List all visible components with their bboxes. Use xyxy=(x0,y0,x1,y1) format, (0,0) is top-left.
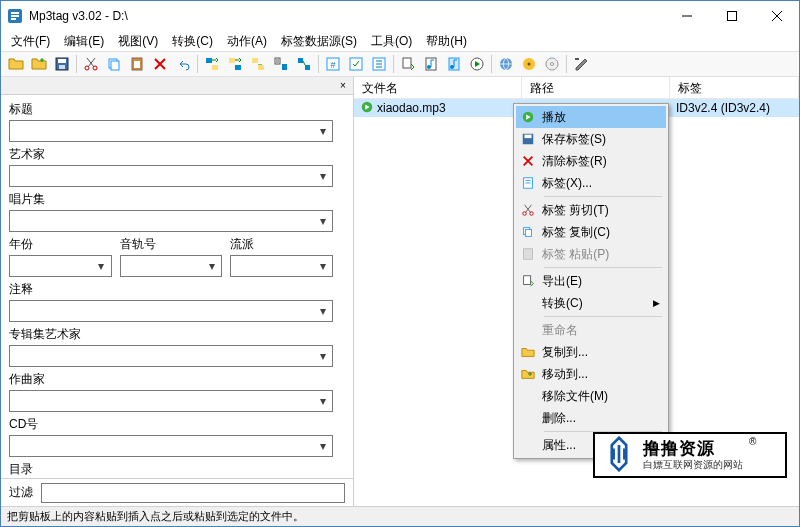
field-artist[interactable]: ▾ xyxy=(9,165,333,187)
tb-paste[interactable] xyxy=(126,53,148,75)
field-title[interactable]: ▾ xyxy=(9,120,333,142)
ctx-rename: 重命名 xyxy=(516,319,666,341)
ctx-play[interactable]: 播放 xyxy=(516,106,666,128)
tb-add-folder[interactable] xyxy=(28,53,50,75)
tb-delete-tag[interactable] xyxy=(149,53,171,75)
svg-rect-36 xyxy=(575,58,579,60)
field-albumartist[interactable]: ▾ xyxy=(9,345,333,367)
column-filename[interactable]: 文件名 xyxy=(354,77,522,98)
app-window: Mp3tag v3.02 - D:\ 文件(F) 编辑(E) 视图(V) 转换(… xyxy=(0,0,800,527)
tb-playlist-all[interactable] xyxy=(420,53,442,75)
ctx-paste: 标签 粘贴(P) xyxy=(516,243,666,265)
ctx-delete[interactable]: 删除... xyxy=(516,407,666,429)
tb-open-folder[interactable] xyxy=(5,53,27,75)
label-albumartist: 专辑集艺术家 xyxy=(9,326,333,343)
menu-tools[interactable]: 工具(O) xyxy=(365,32,418,51)
svg-rect-12 xyxy=(212,65,218,70)
context-menu: 播放 保存标签(S) 清除标签(R) 标签(X)... 标签 剪切(T) 标签 … xyxy=(513,103,669,459)
tb-file-to-file[interactable] xyxy=(247,53,269,75)
tb-action-quick[interactable] xyxy=(345,53,367,75)
label-artist: 艺术家 xyxy=(9,146,333,163)
menu-help[interactable]: 帮助(H) xyxy=(420,32,473,51)
svg-rect-8 xyxy=(111,61,119,70)
field-year[interactable]: ▾ xyxy=(9,255,112,277)
svg-rect-46 xyxy=(524,249,533,260)
tb-play[interactable] xyxy=(466,53,488,75)
svg-rect-16 xyxy=(258,65,264,70)
label-year: 年份 xyxy=(9,236,112,253)
save-icon xyxy=(520,131,536,147)
chevron-down-icon: ▾ xyxy=(93,257,110,275)
tb-copy[interactable] xyxy=(103,53,125,75)
filter-input[interactable] xyxy=(41,483,345,503)
label-composer: 作曲家 xyxy=(9,371,333,388)
maximize-button[interactable] xyxy=(709,1,754,31)
label-discnumber: CD号 xyxy=(9,416,333,433)
menu-file[interactable]: 文件(F) xyxy=(5,32,56,51)
ctx-tags[interactable]: 标签(X)... xyxy=(516,172,666,194)
tb-tag-to-file[interactable] xyxy=(201,53,223,75)
tb-save[interactable] xyxy=(51,53,73,75)
tb-tag-to-tag[interactable] xyxy=(293,53,315,75)
chevron-down-icon: ▾ xyxy=(203,257,220,275)
tb-actions[interactable] xyxy=(368,53,390,75)
tb-source-web[interactable] xyxy=(495,53,517,75)
column-path[interactable]: 路径 xyxy=(522,77,670,98)
column-tag[interactable]: 标签 xyxy=(670,77,799,98)
ctx-copy-to[interactable]: 复制到... xyxy=(516,341,666,363)
chevron-down-icon: ▾ xyxy=(314,437,331,455)
svg-rect-15 xyxy=(252,58,258,63)
svg-point-27 xyxy=(427,65,431,69)
svg-point-33 xyxy=(528,63,531,66)
tag-panel-close[interactable]: × xyxy=(336,79,350,93)
content: × 标题▾ 艺术家▾ 唱片集▾ 年份▾ 音轨号▾ 流派▾ 注释▾ 专辑集艺术家▾… xyxy=(1,77,799,506)
ctx-remove-files[interactable]: 移除文件(M) xyxy=(516,385,666,407)
tb-cut[interactable] xyxy=(80,53,102,75)
field-composer[interactable]: ▾ xyxy=(9,390,333,412)
svg-rect-10 xyxy=(134,61,140,68)
menu-view[interactable]: 视图(V) xyxy=(112,32,164,51)
field-album[interactable]: ▾ xyxy=(9,210,333,232)
tb-file-to-tag[interactable] xyxy=(224,53,246,75)
label-title: 标题 xyxy=(9,101,333,118)
tb-undo[interactable] xyxy=(172,53,194,75)
tb-autonumber[interactable]: # xyxy=(322,53,344,75)
folder-move-icon xyxy=(520,366,536,382)
ctx-cut[interactable]: 标签 剪切(T) xyxy=(516,199,666,221)
ctx-save-tags[interactable]: 保存标签(S) xyxy=(516,128,666,150)
copy-icon xyxy=(520,224,536,240)
tb-playlist-sel[interactable] xyxy=(443,53,465,75)
field-comment[interactable]: ▾ xyxy=(9,300,333,322)
chevron-down-icon: ▾ xyxy=(314,392,331,410)
music-file-icon xyxy=(360,100,374,117)
label-track: 音轨号 xyxy=(120,236,223,253)
menu-convert[interactable]: 转换(C) xyxy=(166,32,219,51)
close-button[interactable] xyxy=(754,1,799,31)
menu-tagsources[interactable]: 标签数据源(S) xyxy=(275,32,363,51)
tag-form: 标题▾ 艺术家▾ 唱片集▾ 年份▾ 音轨号▾ 流派▾ 注释▾ 专辑集艺术家▾ 作… xyxy=(1,95,353,478)
ctx-copy[interactable]: 标签 复制(C) xyxy=(516,221,666,243)
field-discnumber[interactable]: ▾ xyxy=(9,435,333,457)
ctx-export[interactable]: 导出(E) xyxy=(516,270,666,292)
tag-panel-header: × xyxy=(1,77,353,95)
ctx-move-to[interactable]: 移动到... xyxy=(516,363,666,385)
tb-source-cover[interactable] xyxy=(518,53,540,75)
svg-rect-19 xyxy=(298,58,303,63)
play-icon xyxy=(520,109,536,125)
window-title: Mp3tag v3.02 - D:\ xyxy=(29,9,664,23)
field-genre[interactable]: ▾ xyxy=(230,255,333,277)
watermark: 撸撸资源 白嫖互联网资源的网站 ® xyxy=(593,432,787,478)
ctx-clear-tags[interactable]: 清除标签(R) xyxy=(516,150,666,172)
tb-options[interactable] xyxy=(570,53,592,75)
svg-rect-40 xyxy=(525,135,532,139)
tb-source-cd[interactable] xyxy=(541,53,563,75)
minimize-button[interactable] xyxy=(664,1,709,31)
watermark-logo-icon xyxy=(601,436,637,475)
tb-text-to-tag[interactable] xyxy=(270,53,292,75)
menu-actions[interactable]: 动作(A) xyxy=(221,32,273,51)
field-track[interactable]: ▾ xyxy=(120,255,223,277)
tb-export[interactable] xyxy=(397,53,419,75)
menu-edit[interactable]: 编辑(E) xyxy=(58,32,110,51)
cut-icon xyxy=(520,202,536,218)
ctx-convert[interactable]: 转换(C)▶ xyxy=(516,292,666,314)
